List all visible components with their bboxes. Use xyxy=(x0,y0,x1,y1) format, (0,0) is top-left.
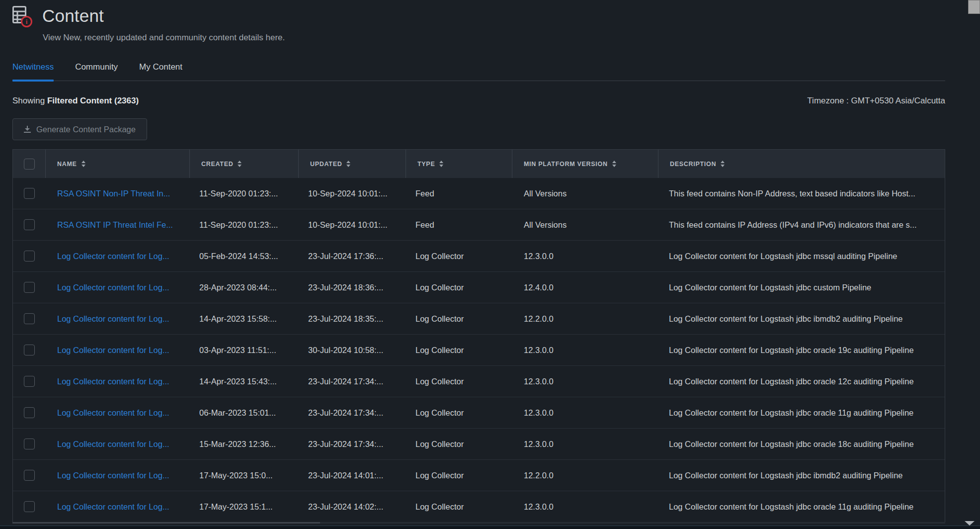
table-row: Log Collector content for Log... 05-Feb-… xyxy=(13,241,945,272)
content-name-link[interactable]: Log Collector content for Log... xyxy=(57,471,169,480)
showing-label: Showing xyxy=(12,96,45,105)
column-header-name[interactable]: NAME xyxy=(46,150,190,178)
name-cell: Log Collector content for Log... xyxy=(46,241,190,271)
type-cell: Log Collector xyxy=(406,429,512,459)
table-row: Log Collector content for Log... 17-May-… xyxy=(13,460,945,491)
scroll-down-arrow-icon[interactable] xyxy=(965,521,975,526)
created-cell: 03-Apr-2023 11:51:... xyxy=(190,335,299,365)
column-header-type-label: TYPE xyxy=(417,161,435,168)
row-checkbox-cell xyxy=(13,460,46,491)
content-name-link[interactable]: RSA OSINT Non-IP Threat In... xyxy=(57,189,170,198)
content-table: NAME CREATED UPDATED TYPE MIN PLATFORM V… xyxy=(12,149,945,523)
table-row: Log Collector content for Log... 15-Mar-… xyxy=(13,429,945,460)
description-cell: This feed contains IP Address (IPv4 and … xyxy=(658,209,945,240)
sort-icon[interactable] xyxy=(82,161,85,167)
description-cell: This feed contains Non-IP Address, text … xyxy=(658,178,945,209)
content-name-link[interactable]: RSA OSINT IP Threat Intel Fe... xyxy=(57,220,173,230)
name-cell: Log Collector content for Log... xyxy=(46,272,190,303)
tab-netwitness[interactable]: Netwitness xyxy=(12,62,54,81)
type-cell: Feed xyxy=(406,178,512,209)
page-title: Content xyxy=(42,6,104,26)
column-header-created[interactable]: CREATED xyxy=(190,150,299,178)
table-row: RSA OSINT Non-IP Threat In... 11-Sep-202… xyxy=(13,178,945,209)
sort-icon[interactable] xyxy=(721,161,725,167)
table-row: Log Collector content for Log... 14-Apr-… xyxy=(13,303,945,335)
tab-bar: Netwitness Community My Content xyxy=(12,62,945,81)
content-name-link[interactable]: Log Collector content for Log... xyxy=(57,377,169,386)
column-header-type[interactable]: TYPE xyxy=(406,150,512,178)
tab-my-content[interactable]: My Content xyxy=(139,62,182,81)
name-cell: Log Collector content for Log... xyxy=(46,397,190,428)
table-header-row: NAME CREATED UPDATED TYPE MIN PLATFORM V… xyxy=(13,150,945,178)
row-checkbox[interactable] xyxy=(24,470,35,481)
updated-cell: 23-Jul-2024 14:01:... xyxy=(299,460,406,491)
content-page: i Content View New, recently updated and… xyxy=(0,0,980,529)
row-checkbox[interactable] xyxy=(24,188,35,199)
min-platform-version-cell: 12.2.0.0 xyxy=(512,303,658,334)
row-checkbox-cell xyxy=(13,335,46,365)
row-checkbox[interactable] xyxy=(24,282,35,293)
column-header-name-label: NAME xyxy=(57,161,77,168)
row-checkbox[interactable] xyxy=(24,439,35,449)
vertical-scrollbar-thumb[interactable] xyxy=(968,0,980,14)
info-badge-icon: i xyxy=(21,16,32,27)
sort-icon[interactable] xyxy=(439,161,443,167)
column-header-updated-label: UPDATED xyxy=(310,161,342,168)
created-cell: 11-Sep-2020 01:23:... xyxy=(190,209,299,240)
sort-icon[interactable] xyxy=(612,161,616,167)
column-header-description[interactable]: DESCRIPTION xyxy=(658,150,945,178)
min-platform-version-cell: All Versions xyxy=(512,209,658,240)
row-checkbox[interactable] xyxy=(24,219,35,230)
min-platform-version-cell: All Versions xyxy=(512,178,658,209)
min-platform-version-cell: 12.2.0.0 xyxy=(512,460,658,491)
row-checkbox[interactable] xyxy=(24,407,35,418)
content-name-link[interactable]: Log Collector content for Log... xyxy=(57,346,169,355)
column-header-created-label: CREATED xyxy=(201,161,233,168)
content-name-link[interactable]: Log Collector content for Log... xyxy=(57,252,169,261)
row-checkbox-cell xyxy=(13,272,46,303)
min-platform-version-cell: 12.3.0.0 xyxy=(512,397,658,428)
description-cell: Log Collector content for Logstash jdbc … xyxy=(658,303,945,334)
column-header-updated[interactable]: UPDATED xyxy=(299,150,406,178)
description-cell: Log Collector content for Logstash jdbc … xyxy=(658,272,945,303)
row-checkbox[interactable] xyxy=(24,345,35,355)
row-checkbox-cell xyxy=(13,366,46,397)
content-name-link[interactable]: Log Collector content for Log... xyxy=(57,314,169,324)
content-name-link[interactable]: Log Collector content for Log... xyxy=(57,283,169,292)
generate-content-package-button[interactable]: Generate Content Package xyxy=(12,118,147,140)
horizontal-scrollbar-track[interactable] xyxy=(12,522,945,524)
row-checkbox[interactable] xyxy=(24,313,35,324)
name-cell: RSA OSINT Non-IP Threat In... xyxy=(46,178,190,209)
content-name-link[interactable]: Log Collector content for Log... xyxy=(57,502,169,512)
updated-cell: 23-Jul-2024 17:36:... xyxy=(299,241,406,271)
select-all-checkbox[interactable] xyxy=(24,159,35,170)
type-cell: Log Collector xyxy=(406,303,512,334)
table-row: RSA OSINT IP Threat Intel Fe... 11-Sep-2… xyxy=(13,209,945,241)
timezone-label: Timezone : GMT+0530 Asia/Calcutta xyxy=(807,96,945,106)
created-cell: 28-Apr-2023 08:44:... xyxy=(190,272,299,303)
tab-community[interactable]: Community xyxy=(75,62,118,81)
updated-cell: 23-Jul-2024 17:34:... xyxy=(299,397,406,428)
sort-icon[interactable] xyxy=(346,161,350,167)
generate-button-label: Generate Content Package xyxy=(36,125,136,134)
row-checkbox[interactable] xyxy=(24,501,35,512)
created-cell: 15-Mar-2023 12:36... xyxy=(190,429,299,459)
min-platform-version-cell: 12.3.0.0 xyxy=(512,429,658,459)
type-cell: Log Collector xyxy=(406,397,512,428)
row-checkbox-cell xyxy=(13,178,46,209)
min-platform-version-cell: 12.3.0.0 xyxy=(512,366,658,397)
horizontal-scrollbar-thumb[interactable] xyxy=(12,522,320,524)
column-header-min-platform-version[interactable]: MIN PLATFORM VERSION xyxy=(512,150,658,178)
row-checkbox[interactable] xyxy=(24,251,35,262)
content-name-link[interactable]: Log Collector content for Log... xyxy=(57,440,169,449)
table-row: Log Collector content for Log... 17-May-… xyxy=(13,491,945,523)
row-checkbox-cell xyxy=(13,397,46,428)
created-cell: 14-Apr-2023 15:43:... xyxy=(190,366,299,397)
table-row: Log Collector content for Log... 03-Apr-… xyxy=(13,335,945,366)
sort-icon[interactable] xyxy=(238,161,242,167)
content-name-link[interactable]: Log Collector content for Log... xyxy=(57,408,169,418)
description-cell: Log Collector content for Logstash jdbc … xyxy=(658,491,945,522)
type-cell: Log Collector xyxy=(406,366,512,397)
row-checkbox[interactable] xyxy=(24,376,35,387)
min-platform-version-cell: 12.3.0.0 xyxy=(512,241,658,271)
